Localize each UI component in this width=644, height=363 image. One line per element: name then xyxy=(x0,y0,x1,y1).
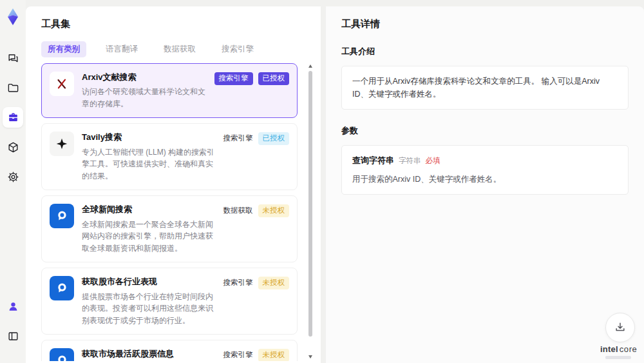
category-badge: 搜索引擎 xyxy=(223,277,253,289)
brand-intel-text: intel xyxy=(600,344,618,354)
tab-all-categories[interactable]: 所有类别 xyxy=(41,41,86,57)
gear-icon[interactable] xyxy=(3,166,23,187)
tool-name: 全球新闻搜索 xyxy=(82,204,216,215)
param-type: 字符串 xyxy=(399,155,421,166)
folder-icon[interactable] xyxy=(3,77,23,98)
page-title: 工具集 xyxy=(41,18,321,30)
brand-core-text: core xyxy=(620,344,638,354)
param-desc: 用于搜索的Arxiv ID、关键字或作者姓名。 xyxy=(352,173,618,186)
chat-icon[interactable] xyxy=(3,48,23,68)
params-heading: 参数 xyxy=(341,125,629,137)
tool-desc: 专为人工智能代理 (LLM) 构建的搜索引擎工具。可快速提供实时、准确和真实的结… xyxy=(82,146,216,182)
tool-card-sector-performance[interactable]: 获取股市各行业表现 提供股票市场各个行业在特定时间段内的表现。投资者可以利用这些… xyxy=(41,268,298,335)
arxiv-icon xyxy=(50,72,74,96)
user-icon[interactable] xyxy=(3,296,23,317)
tool-name: Arxiv文献搜索 xyxy=(82,72,207,83)
auth-badge: 未授权 xyxy=(258,349,290,361)
tool-name: 获取市场最活跃股票信息 xyxy=(82,348,216,360)
param-box: 查询字符串 字符串 必填 用于搜索的Arxiv ID、关键字或作者姓名。 xyxy=(341,145,629,195)
category-badge: 搜索引擎 xyxy=(214,72,253,85)
news-search-icon xyxy=(50,348,74,361)
main-content: 工具集 所有类别 语言翻译 数据获取 搜索引擎 Arxiv文献搜索 访问各个研究… xyxy=(26,6,644,363)
toolbox-icon[interactable] xyxy=(3,107,23,128)
tab-data-fetching[interactable]: 数据获取 xyxy=(157,41,202,57)
category-tabs: 所有类别 语言翻译 数据获取 搜索引擎 xyxy=(41,41,321,57)
brand-sub-badge xyxy=(605,356,631,359)
tool-card-active-stocks[interactable]: 获取市场最活跃股票信息 提供当天交易量最高的股票列表，投资者可以利用这些信息来识… xyxy=(41,340,298,361)
tab-language-translation[interactable]: 语言翻译 xyxy=(99,41,144,57)
auth-badge: 未授权 xyxy=(258,204,290,217)
category-badge: 搜索引擎 xyxy=(223,132,253,145)
auth-badge: 已授权 xyxy=(258,132,290,145)
scroll-up-icon[interactable] xyxy=(308,64,312,68)
tool-list-panel: 工具集 所有类别 语言翻译 数据获取 搜索引擎 Arxiv文献搜索 访问各个研究… xyxy=(26,6,321,363)
news-search-icon xyxy=(50,204,74,228)
tool-card-global-news[interactable]: 全球新闻搜索 全球新闻搜索是一个聚合全球各大新闻网站内容的搜索引擎，帮助用户快速… xyxy=(41,195,298,262)
intro-box: 一个用于从Arxiv存储库搜索科学论文和文章的工具。 输入可以是Arxiv ID… xyxy=(341,66,629,110)
tool-card-arxiv[interactable]: Arxiv文献搜索 访问各个研究领域大量科学论文和文章的存储库。 搜索引擎 已授… xyxy=(41,63,298,118)
detail-title: 工具详情 xyxy=(341,18,629,30)
auth-badge: 已授权 xyxy=(258,72,290,85)
intro-heading: 工具介绍 xyxy=(341,46,629,57)
tool-desc: 提供股票市场各个行业在特定时间段内的表现。投资者可以利用这些信息来识别表现优于或… xyxy=(82,291,216,327)
tool-list: Arxiv文献搜索 访问各个研究领域大量科学论文和文章的存储库。 搜索引擎 已授… xyxy=(41,63,321,361)
category-badge: 搜索引擎 xyxy=(223,349,253,361)
intel-core-logo: intelcore xyxy=(600,344,636,359)
cube-icon[interactable] xyxy=(3,137,23,157)
news-search-icon xyxy=(50,276,74,300)
tavily-icon xyxy=(50,132,74,156)
scroll-down-icon[interactable] xyxy=(308,355,312,358)
app-logo-icon[interactable] xyxy=(4,8,22,26)
app-sidebar xyxy=(0,0,26,363)
panel-divider xyxy=(321,6,326,363)
category-badge: 数据获取 xyxy=(223,204,253,217)
download-button[interactable] xyxy=(605,313,635,342)
collapse-panel-icon[interactable] xyxy=(3,326,23,346)
tab-search-engine[interactable]: 搜索引擎 xyxy=(215,41,260,57)
param-required-badge: 必填 xyxy=(426,155,440,166)
tool-name: 获取股市各行业表现 xyxy=(82,276,216,288)
tool-detail-panel: 工具详情 工具介绍 一个用于从Arxiv存储库搜索科学论文和文章的工具。 输入可… xyxy=(326,6,644,363)
tool-desc: 访问各个研究领域大量科学论文和文章的存储库。 xyxy=(82,86,207,110)
tool-desc: 全球新闻搜索是一个聚合全球各大新闻网站内容的搜索引擎，帮助用户快速获取全球最新资… xyxy=(82,219,216,255)
param-name: 查询字符串 xyxy=(352,154,394,168)
auth-badge: 未授权 xyxy=(258,277,290,289)
scrollbar-thumb[interactable] xyxy=(308,71,312,337)
tool-card-tavily[interactable]: Tavily搜索 专为人工智能代理 (LLM) 构建的搜索引擎工具。可快速提供实… xyxy=(41,123,298,190)
tool-name: Tavily搜索 xyxy=(82,132,216,143)
tool-list-scrollbar[interactable] xyxy=(308,64,313,358)
